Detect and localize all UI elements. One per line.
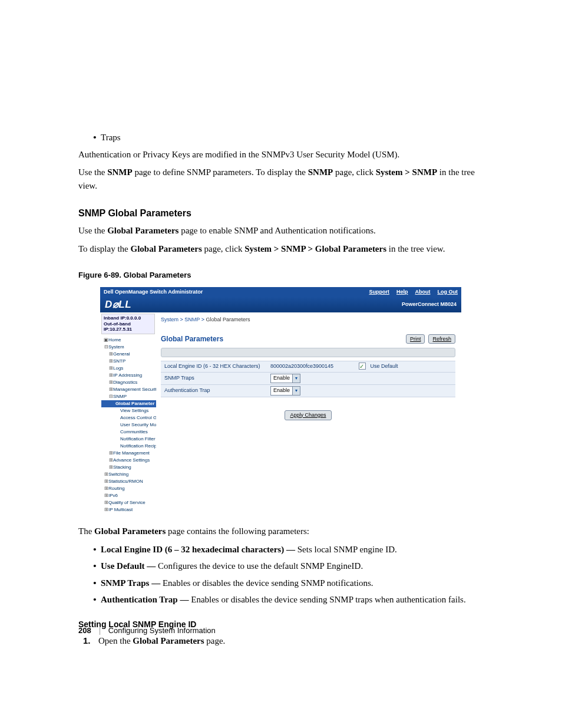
logout-link[interactable]: Log Out <box>438 288 458 297</box>
panel-title: Global Parameters <box>161 334 223 344</box>
ip-box: Inband IP:0.0.0.0 Out-of-band IP:10.27.5… <box>101 314 155 334</box>
table-row: Authentication Trap Enable ▾ <box>161 384 455 397</box>
tree-node[interactable]: ⊞IPv6 <box>101 492 156 499</box>
refresh-button[interactable]: Refresh <box>428 334 455 344</box>
tree-node[interactable]: ⊞IP Multicast <box>101 506 156 513</box>
content-panel: System > SNMP > Global Parameters Global… <box>156 312 461 519</box>
tree-node[interactable]: ⊞Management Security <box>101 386 156 393</box>
bullet-dot: • <box>89 559 101 573</box>
inband-ip: Inband IP:0.0.0.0 <box>104 315 153 321</box>
tree-node[interactable]: Notification Recipien <box>101 443 156 450</box>
paragraph: The Global Parameters page contains the … <box>78 525 485 538</box>
auth-trap-select[interactable]: Enable ▾ <box>270 386 300 396</box>
use-default-checkbox[interactable] <box>359 363 366 370</box>
product-name: PowerConnect M8024 <box>402 301 457 309</box>
bullet-item: • Traps <box>78 131 485 144</box>
window-titlebar: Dell OpenManage Switch Administrator Sup… <box>100 287 461 298</box>
apply-changes-button[interactable]: Apply Changes <box>285 410 331 421</box>
bullet-dot: • <box>89 543 101 556</box>
bullet-text: Traps <box>101 131 485 144</box>
paragraph: Use the SNMP page to define SNMP paramet… <box>78 166 485 192</box>
support-link[interactable]: Support <box>369 288 389 297</box>
tree-node[interactable]: View Settings <box>101 407 156 414</box>
about-link[interactable]: About <box>415 288 431 297</box>
tree-node[interactable]: ⊞Statistics/RMON <box>101 478 156 485</box>
paragraph: To display the Global Parameters page, c… <box>78 242 485 256</box>
bullet-item: • Use Default — Configures the device to… <box>78 559 485 573</box>
print-button[interactable]: Print <box>406 334 425 344</box>
tree-node[interactable]: ▣Home <box>101 337 156 344</box>
param-label: Local Engine ID (6 - 32 HEX Characters) <box>161 361 267 372</box>
breadcrumb-item: Global Parameters <box>206 317 250 322</box>
breadcrumb-item[interactable]: SNMP <box>184 317 200 322</box>
brand-band: D⌀LL PowerConnect M8024 <box>100 297 461 312</box>
tree-node[interactable]: ⊞Routing <box>101 485 156 492</box>
tree-node[interactable]: Communities <box>101 429 156 436</box>
outofband-ip: Out-of-band IP:10.27.5.31 <box>104 321 153 332</box>
tree-node[interactable]: Access Control Gro <box>101 414 156 421</box>
tree-node[interactable]: ⊞File Management <box>101 450 156 457</box>
breadcrumb: System > SNMP > Global Parameters <box>161 316 455 324</box>
tree-node[interactable]: ⊞Diagnostics <box>101 379 156 386</box>
tree-node[interactable]: ⊞Stacking <box>101 464 156 471</box>
tree-node[interactable]: ⊞Logs <box>101 365 156 372</box>
tree-node[interactable]: ⊞General <box>101 351 156 358</box>
help-link[interactable]: Help <box>396 288 408 297</box>
page-number: 208 <box>78 626 91 635</box>
panel-band <box>161 348 455 357</box>
engine-id-value: 800002a20300fce3900145 <box>267 361 355 372</box>
chevron-down-icon: ▾ <box>292 374 300 383</box>
bullet-item: • Authentication Trap — Enables or disab… <box>78 593 485 607</box>
window-title: Dell OpenManage Switch Administrator <box>104 288 203 297</box>
tree-node[interactable]: ⊞Switching <box>101 471 156 478</box>
nav-sidebar: Inband IP:0.0.0.0 Out-of-band IP:10.27.5… <box>100 312 156 519</box>
tree-node[interactable]: Notification Filter <box>101 436 156 443</box>
table-row: SNMP Traps Enable ▾ <box>161 372 455 384</box>
param-label: Authentication Trap <box>161 384 267 397</box>
footer-separator <box>100 627 100 635</box>
tree-node[interactable]: ⊞IP Addressing <box>101 372 156 379</box>
tree-node[interactable]: ⊟System <box>101 344 156 351</box>
bullet-dot: • <box>89 131 101 144</box>
tree-node[interactable]: ⊞Quality of Service <box>101 499 156 506</box>
snmp-traps-select[interactable]: Enable ▾ <box>270 374 300 383</box>
section-heading: SNMP Global Parameters <box>78 206 485 220</box>
paragraph: Authentication or Privacy Keys are modif… <box>78 148 485 162</box>
titlebar-links: Support Help About Log Out <box>369 288 458 297</box>
tree-node[interactable]: User Security Mode <box>101 421 156 429</box>
tree-node[interactable]: ⊞Advance Settings <box>101 457 156 464</box>
tree-node[interactable]: Global Parameter <box>101 400 156 407</box>
tree-node[interactable]: ⊞SNTP <box>101 358 156 365</box>
ordered-list-item: 1. Open the Global Parameters page. <box>78 634 485 648</box>
step-number: 1. <box>83 634 98 648</box>
nav-tree[interactable]: ▣Home⊟System⊞General⊞SNTP⊞Logs⊞IP Addres… <box>100 337 156 515</box>
breadcrumb-item[interactable]: System <box>161 317 178 322</box>
bullet-dot: • <box>89 577 101 590</box>
table-row: Local Engine ID (6 - 32 HEX Characters) … <box>161 361 455 372</box>
param-label: SNMP Traps <box>161 372 267 384</box>
tree-node[interactable]: ⊟SNMP <box>101 393 156 400</box>
parameters-table: Local Engine ID (6 - 32 HEX Characters) … <box>161 361 455 397</box>
chapter-title: Configuring System Information <box>108 626 216 635</box>
figure-caption: Figure 6-89. Global Parameters <box>78 269 485 281</box>
dell-logo: D⌀LL <box>105 297 131 312</box>
bullet-dot: • <box>89 593 101 607</box>
bullet-item: • SNMP Traps — Enables or disables the d… <box>78 577 485 590</box>
use-default-label: Use Default <box>371 363 398 369</box>
bullet-item: • Local Engine ID (6 – 32 hexadecimal ch… <box>78 543 485 556</box>
paragraph: Use the Global Parameters page to enable… <box>78 224 485 238</box>
chevron-down-icon: ▾ <box>292 387 300 395</box>
screenshot: Dell OpenManage Switch Administrator Sup… <box>100 287 461 519</box>
page-footer: 208 Configuring System Information <box>78 626 216 635</box>
